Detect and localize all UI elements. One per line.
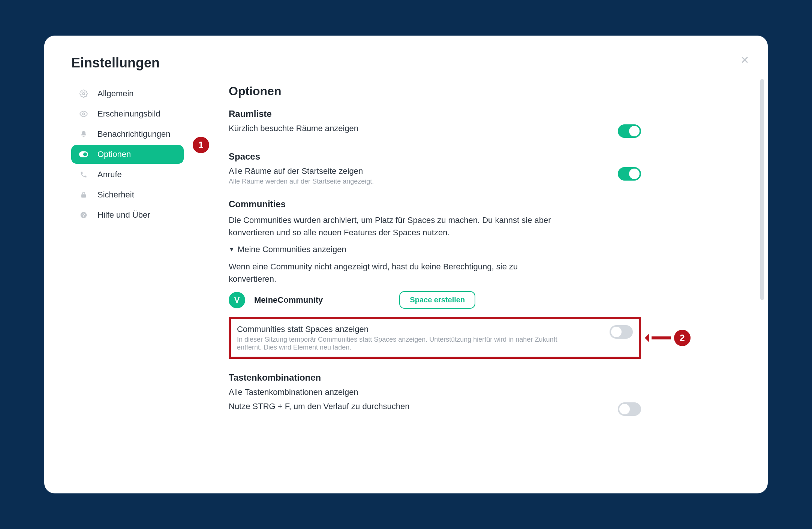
- dialog-title: Einstellungen: [71, 55, 753, 71]
- sidebar-item-security[interactable]: Sicherheit: [71, 185, 184, 204]
- gear-icon: [79, 90, 88, 98]
- svg-point-1: [82, 113, 85, 115]
- close-icon[interactable]: ✕: [739, 55, 750, 66]
- ctrlf-search-label: Nutze STRG + F, um den Verlauf zu durchs…: [229, 402, 409, 411]
- allrooms-toggle[interactable]: [618, 167, 641, 181]
- create-space-button[interactable]: Space erstellen: [399, 291, 475, 309]
- show-my-communities-disclosure[interactable]: ▼ Meine Communities anzeigen: [229, 245, 641, 254]
- sidebar-item-label: Anrufe: [97, 170, 122, 179]
- sidebar-item-appearance[interactable]: Erscheinungsbild: [71, 105, 184, 123]
- community-avatar: V: [229, 292, 245, 308]
- allrooms-sublabel: Alle Räume werden auf der Startseite ang…: [229, 178, 374, 185]
- show-all-shortcuts-label: Alle Tastenkombinationen anzeigen: [229, 387, 358, 397]
- sidebar-item-label: Allgemein: [97, 89, 134, 99]
- communities-archived-text: Die Communities wurden archiviert, um Pl…: [229, 214, 566, 239]
- svg-point-3: [83, 152, 87, 156]
- scrollbar[interactable]: [760, 79, 764, 300]
- community-name: MeineCommunity: [254, 295, 323, 305]
- sidebar-item-label: Erscheinungsbild: [97, 109, 160, 119]
- section-shortcuts-heading: Tastenkombinationen: [229, 372, 641, 383]
- help-icon: ?: [79, 211, 88, 219]
- show-communities-toggle[interactable]: [610, 325, 633, 339]
- svg-point-0: [82, 93, 85, 95]
- phone-icon: [79, 171, 88, 178]
- sidebar-item-label: Optionen: [97, 149, 131, 159]
- svg-text:?: ?: [82, 212, 85, 217]
- section-spaces-heading: Spaces: [229, 151, 641, 162]
- lock-icon: [79, 191, 88, 199]
- recent-rooms-label: Kürzlich besuchte Räume anzeigen: [229, 124, 358, 133]
- disclosure-label: Meine Communities anzeigen: [238, 245, 346, 254]
- sidebar-item-calls[interactable]: Anrufe: [71, 165, 184, 184]
- settings-sidebar: Allgemein Erscheinungsbild Benachrichtig…: [71, 84, 184, 420]
- show-communities-sublabel: In dieser Sitzung temporär Communities s…: [237, 336, 574, 351]
- settings-dialog: ✕ Einstellungen Allgemein Erscheinungsbi…: [44, 36, 768, 493]
- annotation-highlight-box: Communities statt Spaces anzeigen In die…: [229, 317, 641, 359]
- eye-icon: [79, 110, 88, 118]
- section-roomlist-heading: Raumliste: [229, 109, 641, 119]
- bell-icon: [79, 130, 88, 138]
- settings-main-panel: Optionen Raumliste Kürzlich besuchte Räu…: [229, 84, 656, 420]
- svg-rect-4: [81, 194, 86, 198]
- community-list-item: V MeineCommunity Space erstellen: [229, 291, 641, 309]
- sidebar-item-label: Sicherheit: [97, 190, 134, 200]
- annotation-badge-1: 1: [193, 137, 209, 153]
- ctrlf-search-toggle[interactable]: [618, 402, 641, 416]
- annotation-badge-2: 2: [674, 330, 691, 346]
- sidebar-item-notifications[interactable]: Benachrichtigungen: [71, 125, 184, 143]
- communities-permission-text: Wenn eine Community nicht angezeigt wird…: [229, 260, 566, 285]
- sidebar-item-label: Benachrichtigungen: [97, 129, 170, 139]
- show-communities-label: Communities statt Spaces anzeigen: [237, 324, 574, 334]
- page-heading: Optionen: [229, 84, 641, 98]
- allrooms-label: Alle Räume auf der Startseite zeigen: [229, 166, 374, 176]
- section-communities-heading: Communities: [229, 199, 641, 209]
- sidebar-item-label: Hilfe und Über: [97, 210, 150, 220]
- recent-rooms-toggle[interactable]: [618, 124, 641, 138]
- chevron-down-icon: ▼: [229, 246, 235, 253]
- sidebar-item-help[interactable]: ? Hilfe und Über: [71, 206, 184, 224]
- annotation-arrow-2: 2: [645, 330, 691, 346]
- arrow-left-icon: [645, 335, 671, 341]
- sidebar-item-general[interactable]: Allgemein: [71, 84, 184, 103]
- sidebar-item-options[interactable]: Optionen 1: [71, 145, 184, 164]
- toggle-icon: [79, 151, 88, 157]
